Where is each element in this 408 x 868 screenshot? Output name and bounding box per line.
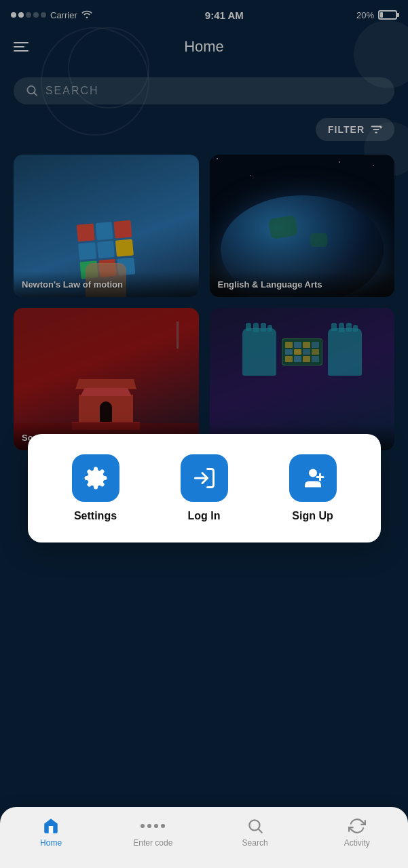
wifi-icon [81, 9, 92, 20]
bottom-nav: Home Enter code Search [0, 807, 408, 868]
status-bar: Carrier 9:41 AM 20% [0, 0, 408, 30]
nav-item-search[interactable]: Search [231, 816, 279, 848]
enter-code-nav-label: Enter code [133, 838, 172, 848]
house-icon [42, 817, 60, 835]
card-overlay-english: English & Language Arts [210, 271, 395, 297]
time-display: 9:41 AM [205, 9, 244, 21]
activity-nav-label: Activity [344, 838, 370, 848]
status-left: Carrier [11, 9, 92, 20]
search-input[interactable] [45, 85, 382, 97]
search-bar[interactable] [14, 77, 394, 104]
filter-button[interactable]: FILTER [316, 118, 394, 141]
popup-signup-item[interactable]: Sign Up [289, 454, 337, 522]
settings-label: Settings [74, 510, 117, 522]
login-icon [192, 466, 217, 490]
battery-percentage: 20% [356, 10, 374, 20]
settings-icon-bg [72, 454, 119, 502]
svg-point-3 [309, 469, 317, 477]
activity-nav-icon [348, 816, 367, 835]
card-label-newtons: Newton's Law of motion [22, 279, 123, 290]
code-dots-display [141, 824, 165, 828]
page-title: Home [184, 38, 224, 56]
popup-modal: Settings Log In Sign Up [28, 434, 381, 542]
filter-icon [370, 123, 382, 136]
header: Home [0, 30, 408, 64]
signup-icon-bg [289, 454, 337, 502]
battery-icon [378, 10, 397, 20]
signal-icon [11, 12, 46, 18]
search-nav-label: Search [242, 838, 268, 848]
signup-label: Sign Up [292, 510, 333, 522]
card-label-english: English & Language Arts [218, 279, 322, 290]
search-container [0, 71, 408, 111]
search-icon [26, 84, 39, 98]
nav-item-activity[interactable]: Activity [333, 816, 381, 848]
card-social-studies[interactable]: Social Studies [14, 308, 199, 450]
search-nav-icon-svg [246, 817, 264, 835]
enter-code-nav-icon [143, 816, 162, 835]
nav-item-home[interactable]: Home [27, 816, 75, 848]
home-nav-label: Home [40, 838, 62, 848]
signup-icon [301, 466, 325, 490]
search-nav-icon [246, 816, 265, 835]
card-newtons-law[interactable]: Newton's Law of motion [14, 155, 199, 297]
settings-icon [84, 466, 108, 490]
svg-point-6 [249, 820, 259, 830]
login-icon-bg [181, 454, 228, 502]
refresh-icon [348, 817, 366, 835]
card-science[interactable]: Science [210, 308, 395, 450]
home-nav-icon [41, 816, 60, 835]
filter-label: FILTER [328, 124, 365, 135]
nav-item-enter-code[interactable]: Enter code [129, 816, 177, 848]
popup-settings-item[interactable]: Settings [72, 454, 119, 522]
hamburger-menu[interactable] [14, 42, 29, 52]
card-overlay-newtons: Newton's Law of motion [14, 271, 199, 297]
login-label: Log In [188, 510, 221, 522]
status-right: 20% [356, 10, 397, 20]
popup-login-item[interactable]: Log In [181, 454, 228, 522]
card-english[interactable]: English & Language Arts [210, 155, 395, 297]
carrier-label: Carrier [50, 10, 77, 20]
filter-container: FILTER [0, 111, 408, 155]
card-grid: Newton's Law of motion En [14, 155, 394, 450]
content-area: Newton's Law of motion En [0, 155, 408, 450]
